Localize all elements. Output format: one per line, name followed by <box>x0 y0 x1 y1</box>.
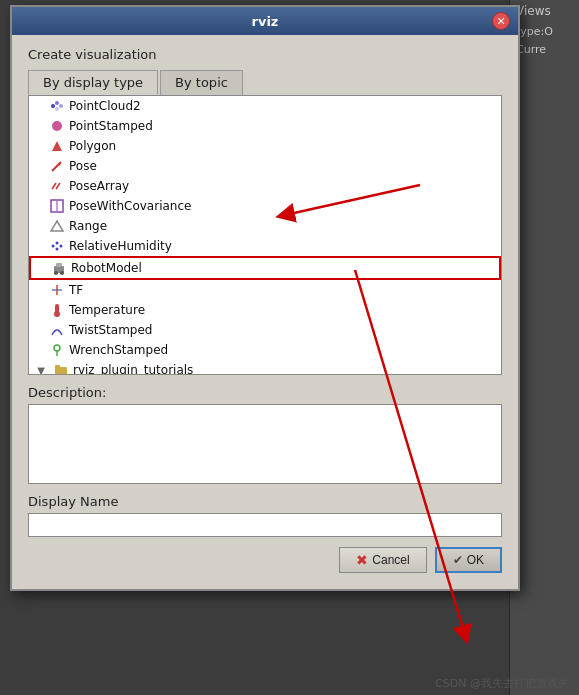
list-item[interactable]: Temperature <box>29 300 501 320</box>
list-item[interactable]: RelativeHumidity <box>29 236 501 256</box>
list-item-group[interactable]: ▼ rviz_plugin_tutorials <box>29 360 501 375</box>
list-item-label: Pose <box>69 159 97 173</box>
folder-icon <box>53 362 69 375</box>
list-item[interactable]: PointCloud2 <box>29 96 501 116</box>
dialog-content: Create visualization By display type By … <box>12 35 518 589</box>
twiststamped-icon <box>49 322 65 338</box>
svg-line-8 <box>52 183 56 189</box>
list-item-label: RelativeHumidity <box>69 239 172 253</box>
list-item-label: PointStamped <box>69 119 153 133</box>
description-box <box>28 404 502 484</box>
svg-marker-5 <box>52 141 62 151</box>
relativehumidity-icon <box>49 238 65 254</box>
list-item[interactable]: TwistStamped <box>29 320 501 340</box>
polygon-icon <box>49 138 65 154</box>
list-item-label: Polygon <box>69 139 116 153</box>
robotmodel-list-item[interactable]: RobotModel <box>29 256 501 280</box>
pose-icon <box>49 158 65 174</box>
svg-point-4 <box>52 121 62 131</box>
dialog-heading: Create visualization <box>28 47 502 62</box>
wrenchstamped-icon <box>49 342 65 358</box>
svg-point-19 <box>54 271 58 275</box>
display-name-input[interactable] <box>28 513 502 537</box>
ok-button[interactable]: ✔ OK <box>435 547 502 573</box>
pointstamped-icon <box>49 118 65 134</box>
posearray-icon <box>49 178 65 194</box>
svg-line-9 <box>56 183 60 189</box>
svg-rect-18 <box>56 263 62 267</box>
svg-point-1 <box>55 101 59 105</box>
expand-icon: ▼ <box>33 362 49 375</box>
tabs-row: By display type By topic <box>28 70 502 95</box>
svg-point-2 <box>59 104 63 108</box>
range-icon <box>49 218 65 234</box>
list-item-label: TF <box>69 283 83 297</box>
visualization-listbox[interactable]: PointCloud2 PointStamped Polygon <box>28 95 502 375</box>
buttons-row: ✖ Cancel ✔ OK <box>28 547 502 579</box>
list-item-label: RobotModel <box>71 261 142 275</box>
sidebar-current: Curre <box>510 41 579 58</box>
list-item[interactable]: TF <box>29 280 501 300</box>
list-item-label: PointCloud2 <box>69 99 141 113</box>
temperature-icon <box>49 302 65 318</box>
cancel-icon: ✖ <box>356 552 368 568</box>
svg-point-15 <box>60 245 63 248</box>
list-item-label: Temperature <box>69 303 145 317</box>
svg-point-14 <box>56 242 59 245</box>
svg-point-24 <box>54 311 60 317</box>
list-item-label: TwistStamped <box>69 323 152 337</box>
title-bar: rviz ✕ <box>12 7 518 35</box>
list-item[interactable]: WrenchStamped <box>29 340 501 360</box>
svg-rect-28 <box>55 365 60 368</box>
tf-icon <box>49 282 65 298</box>
posewithcovariance-icon <box>49 198 65 214</box>
list-item-label: rviz_plugin_tutorials <box>73 363 193 375</box>
pointcloud2-icon <box>49 98 65 114</box>
tab-by-display-type[interactable]: By display type <box>28 70 158 95</box>
description-label: Description: <box>28 385 502 400</box>
svg-point-20 <box>60 271 64 275</box>
svg-point-3 <box>55 107 59 111</box>
list-item[interactable]: Polygon <box>29 136 501 156</box>
sidebar-type-label: type: <box>516 25 544 38</box>
svg-point-0 <box>51 104 55 108</box>
list-item-label: WrenchStamped <box>69 343 168 357</box>
list-item[interactable]: Range <box>29 216 501 236</box>
cancel-label: Cancel <box>372 553 409 567</box>
robotmodel-icon <box>51 260 67 276</box>
display-name-label: Display Name <box>28 494 502 509</box>
svg-point-25 <box>54 345 60 351</box>
watermark: CSDN @我先去打把游戏先 <box>435 676 569 691</box>
list-item[interactable]: PoseWithCovariance <box>29 196 501 216</box>
svg-marker-12 <box>51 221 63 231</box>
list-item[interactable]: Pose <box>29 156 501 176</box>
svg-point-16 <box>56 248 59 251</box>
sidebar-title: Views <box>510 0 579 22</box>
ok-icon: ✔ <box>453 553 463 567</box>
ok-label: OK <box>467 553 484 567</box>
svg-point-13 <box>52 245 55 248</box>
list-item[interactable]: PointStamped <box>29 116 501 136</box>
close-button[interactable]: ✕ <box>492 12 510 30</box>
sidebar-type-row: type: O <box>510 22 579 41</box>
svg-rect-27 <box>55 367 67 375</box>
create-visualization-dialog: rviz ✕ Create visualization By display t… <box>10 5 520 591</box>
list-item-label: PoseArray <box>69 179 129 193</box>
cancel-button[interactable]: ✖ Cancel <box>339 547 426 573</box>
dialog-title: rviz <box>38 14 492 29</box>
list-item[interactable]: PoseArray <box>29 176 501 196</box>
sidebar-type-value: O <box>544 25 553 38</box>
list-item-label: PoseWithCovariance <box>69 199 191 213</box>
list-item-label: Range <box>69 219 107 233</box>
tab-by-topic[interactable]: By topic <box>160 70 243 95</box>
